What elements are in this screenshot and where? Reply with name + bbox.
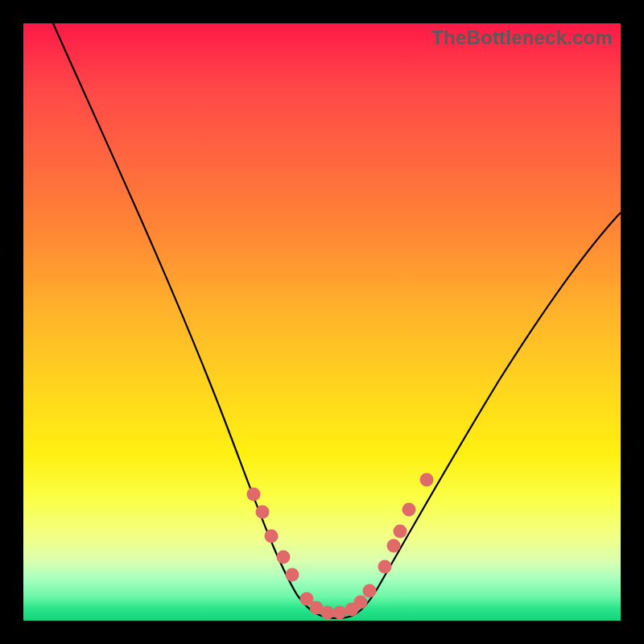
bottleneck-curve [53,23,621,618]
data-marker [256,506,270,519]
data-marker [378,560,392,574]
data-marker [333,606,347,620]
data-marker [247,488,261,502]
data-marker [387,539,401,553]
chart-svg [23,23,621,621]
chart-frame: TheBottleneck.com [0,0,644,644]
data-marker [363,584,377,598]
data-marker [265,530,279,543]
data-marker [286,568,299,582]
data-marker [402,503,416,517]
data-marker [420,473,434,487]
data-marker [394,525,407,539]
data-marker [321,606,335,620]
data-marker [277,551,291,564]
data-marker [354,596,368,609]
chart-plot-area: TheBottleneck.com [23,23,621,621]
